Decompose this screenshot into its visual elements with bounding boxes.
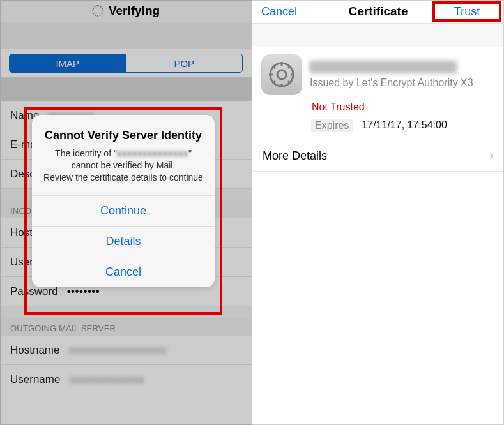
cert-title: Certificate <box>349 4 408 19</box>
mail-settings-panel: Verifying IMAP POP Name xxxxxxxx E-mail … <box>0 0 252 425</box>
trust-highlight-box: Trust <box>432 1 501 22</box>
issued-by-line: Issued by Let's Encrypt Authority X3 <box>310 77 495 89</box>
continue-button-label: Continue <box>100 204 146 218</box>
certificate-summary: Issued by Let's Encrypt Authority X3 <box>252 47 504 98</box>
cancel-button-label: Cancel <box>105 265 141 279</box>
expires-value: 17/11/17, 17:54:00 <box>362 119 447 132</box>
chevron-right-icon: › <box>489 147 494 164</box>
details-button[interactable]: Details <box>32 226 215 257</box>
certificate-text-block: Issued by Let's Encrypt Authority X3 <box>310 61 495 89</box>
alert-server-name: xxxxxxxxxxxxxx <box>117 148 188 158</box>
alert-title: Cannot Verify Server Identity <box>32 115 215 147</box>
trust-button[interactable]: Trust <box>454 5 480 19</box>
cancel-button[interactable]: Cancel <box>32 257 215 287</box>
gear-icon-svg <box>268 61 296 89</box>
cert-cancel-button[interactable]: Cancel <box>261 5 297 19</box>
expires-label: Expires <box>311 119 353 132</box>
issued-by-prefix: Issued by <box>310 77 356 88</box>
svg-point-9 <box>277 70 286 79</box>
alert-body-prefix: The identity of " <box>55 148 117 158</box>
more-details-label: More Details <box>263 149 327 163</box>
more-details-row[interactable]: More Details › <box>252 140 504 172</box>
not-trusted-badge: Not Trusted <box>311 100 374 114</box>
header-gap <box>252 24 504 47</box>
certificate-panel: Cancel Certificate Trust Issued by Let <box>252 0 504 425</box>
certificate-status: Not Trusted Expires 17/11/17, 17:54:00 <box>252 98 504 140</box>
expires-row: Expires 17/11/17, 17:54:00 <box>311 119 495 132</box>
details-button-label: Details <box>105 235 141 248</box>
certificate-hostname <box>310 61 457 73</box>
issued-by-authority: Let's Encrypt Authority X3 <box>356 77 473 88</box>
alert-body: The identity of "xxxxxxxxxxxxxx" cannot … <box>32 147 215 195</box>
continue-button[interactable]: Continue <box>32 195 215 226</box>
verify-alert: Cannot Verify Server Identity The identi… <box>32 115 215 287</box>
alert-body-line2: Review the certificate details to contin… <box>43 172 203 183</box>
certificate-nav: Cancel Certificate Trust <box>252 0 504 24</box>
gear-icon <box>261 54 302 95</box>
